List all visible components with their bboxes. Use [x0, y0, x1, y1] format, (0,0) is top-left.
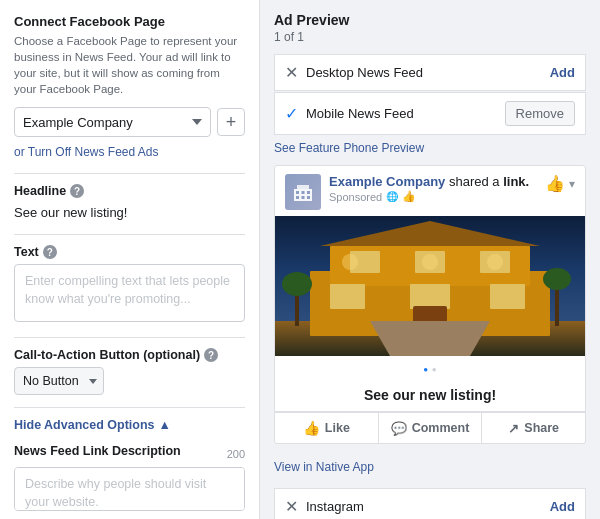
- headline-label: Headline ?: [14, 184, 245, 198]
- news-feed-header-row: News Feed Link Description 200: [14, 444, 245, 463]
- turn-off-link[interactable]: or Turn Off News Feed Ads: [14, 145, 245, 159]
- globe-icon: 🌐: [386, 191, 398, 202]
- ad-shared-text: shared a link.: [449, 174, 529, 189]
- ad-image: [275, 216, 585, 356]
- svg-point-22: [282, 272, 312, 296]
- ad-preview-count: 1 of 1: [274, 30, 586, 44]
- share-label: Share: [524, 421, 559, 435]
- svg-rect-1: [297, 185, 309, 189]
- placement-label-mobile: Mobile News Feed: [306, 106, 505, 121]
- ad-preview-title: Ad Preview: [274, 12, 586, 28]
- news-feed-input[interactable]: [14, 467, 245, 511]
- add-page-button[interactable]: +: [217, 108, 245, 136]
- news-feed-group: News Feed Link Description 200: [14, 444, 245, 514]
- thumb-up-icon: 👍: [545, 174, 565, 193]
- svg-rect-3: [302, 191, 305, 194]
- add-instagram-button[interactable]: Add: [550, 499, 575, 514]
- right-panel: Ad Preview 1 of 1 ✕ Desktop News Feed Ad…: [260, 0, 600, 519]
- placement-label-desktop: Desktop News Feed: [306, 65, 550, 80]
- check-icon: ✓: [285, 104, 298, 123]
- close-icon: ✕: [285, 63, 298, 82]
- divider-2: [14, 234, 245, 235]
- text-label: Text ?: [14, 245, 245, 259]
- svg-rect-17: [410, 284, 450, 309]
- comment-label: Comment: [412, 421, 470, 435]
- divider-4: [14, 407, 245, 408]
- share-icon: ↗: [508, 421, 519, 436]
- ad-avatar: [285, 174, 321, 210]
- comment-button[interactable]: 💬 Comment: [379, 413, 483, 443]
- cta-group: Call-to-Action Button (optional) ? No Bu…: [14, 348, 245, 395]
- cta-label: Call-to-Action Button (optional) ?: [14, 348, 245, 362]
- close-icon-instagram: ✕: [285, 497, 298, 516]
- svg-point-25: [342, 254, 358, 270]
- feature-phone-link[interactable]: See Feature Phone Preview: [274, 141, 586, 155]
- fb-page-select[interactable]: Example Company: [14, 107, 211, 137]
- comment-icon: 💬: [391, 421, 407, 436]
- text-help-icon[interactable]: ?: [43, 245, 57, 259]
- placement-instagram[interactable]: ✕ Instagram Add: [274, 488, 586, 519]
- svg-marker-20: [370, 321, 490, 356]
- placement-label-instagram: Instagram: [306, 499, 550, 514]
- company-logo-icon: [292, 181, 314, 203]
- ad-actions: 👍 Like 💬 Comment ↗ Share: [275, 412, 585, 443]
- svg-rect-2: [296, 191, 299, 194]
- house-image-svg: [275, 216, 585, 356]
- ad-company-line: Example Company shared a link.: [329, 174, 537, 189]
- share-button[interactable]: ↗ Share: [482, 413, 585, 443]
- carousel-dots: ● ●: [275, 356, 585, 379]
- add-desktop-button[interactable]: Add: [550, 65, 575, 80]
- svg-rect-7: [307, 196, 310, 199]
- thumbs-small-icon: 👍: [402, 190, 416, 203]
- left-panel: Connect Facebook Page Choose a Facebook …: [0, 0, 260, 519]
- svg-rect-5: [296, 196, 299, 199]
- news-feed-label: News Feed Link Description: [14, 444, 181, 458]
- chevron-up-icon: ▲: [159, 418, 171, 432]
- text-group: Text ?: [14, 245, 245, 325]
- headline-value: See our new listing!: [14, 203, 245, 222]
- like-label: Like: [325, 421, 350, 435]
- headline-group: Headline ? See our new listing!: [14, 184, 245, 222]
- ad-card: Example Company shared a link. Sponsored…: [274, 165, 586, 444]
- ad-company-name: Example Company: [329, 174, 445, 189]
- chevron-down-icon[interactable]: ▾: [569, 177, 575, 191]
- ad-card-header: Example Company shared a link. Sponsored…: [275, 166, 585, 216]
- svg-rect-6: [302, 196, 305, 199]
- cta-select[interactable]: No Button: [14, 367, 104, 395]
- svg-point-24: [543, 268, 571, 290]
- ad-header-actions: 👍 ▾: [545, 174, 575, 193]
- ad-sponsored: Sponsored 🌐 👍: [329, 190, 537, 203]
- svg-point-27: [487, 254, 503, 270]
- view-native-link[interactable]: View in Native App: [274, 454, 586, 480]
- connect-title: Connect Facebook Page: [14, 14, 245, 29]
- placement-desktop-news-feed[interactable]: ✕ Desktop News Feed Add: [274, 54, 586, 91]
- like-button[interactable]: 👍 Like: [275, 413, 379, 443]
- svg-point-26: [422, 254, 438, 270]
- placement-mobile-news-feed[interactable]: ✓ Mobile News Feed Remove: [274, 92, 586, 135]
- fb-page-row: Example Company +: [14, 107, 245, 137]
- connect-desc: Choose a Facebook Page to represent your…: [14, 33, 245, 97]
- placement-section-bottom: ✕ Instagram Add ✕ Audience Network ? Add…: [274, 488, 586, 519]
- svg-rect-16: [330, 284, 365, 309]
- remove-mobile-button[interactable]: Remove: [505, 101, 575, 126]
- svg-rect-18: [490, 284, 525, 309]
- cta-help-icon[interactable]: ?: [204, 348, 218, 362]
- divider-3: [14, 337, 245, 338]
- headline-help-icon[interactable]: ?: [70, 184, 84, 198]
- text-input[interactable]: [14, 264, 245, 322]
- divider-1: [14, 173, 245, 174]
- ad-cta-bar: See our new listing!: [275, 379, 585, 412]
- svg-rect-4: [307, 191, 310, 194]
- news-feed-char-count: 200: [227, 448, 245, 460]
- like-icon: 👍: [303, 420, 320, 436]
- svg-rect-0: [294, 189, 312, 201]
- cta-select-wrap: No Button: [14, 367, 104, 395]
- ad-header-text: Example Company shared a link. Sponsored…: [329, 174, 537, 203]
- hide-advanced-link[interactable]: Hide Advanced Options ▲: [14, 418, 245, 432]
- ad-avatar-bg: [285, 174, 321, 210]
